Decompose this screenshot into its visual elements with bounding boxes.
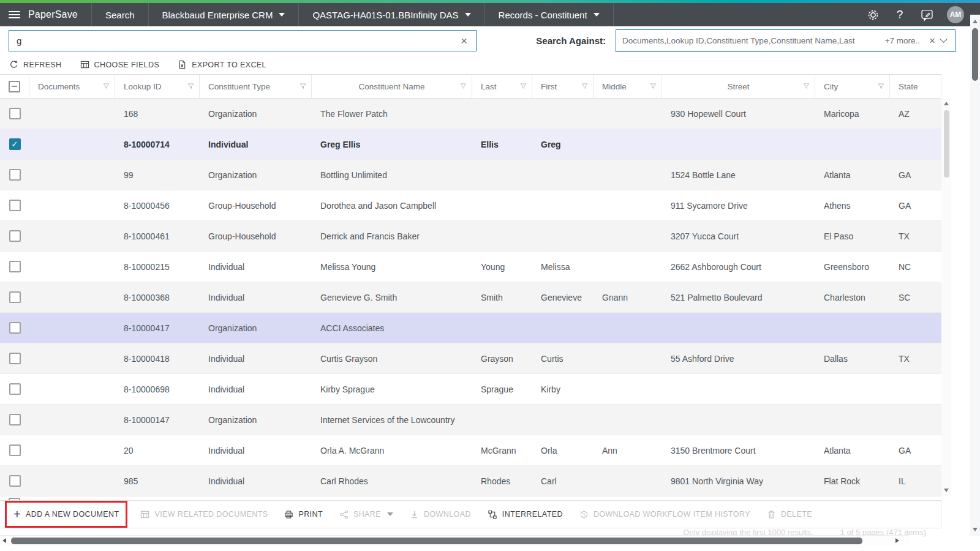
scroll-down-arrow[interactable] [973, 528, 978, 531]
table-row[interactable]: ✓8-10000714IndividualGreg EllisEllisGreg [0, 129, 941, 160]
button-label: ADD A NEW DOCUMENT [26, 510, 119, 519]
cell-lookup_id: 8-10000368 [115, 293, 200, 302]
table-row[interactable]: 168OrganizationThe Flower Patch930 Hopew… [0, 99, 941, 129]
filter-icon[interactable] [581, 83, 588, 90]
table-row[interactable]: 8-10000417OrganizationACCI Associates [0, 313, 941, 343]
gear-icon[interactable] [866, 8, 880, 21]
cell-name: Orla A. McGrann [312, 446, 472, 455]
column-header-middle[interactable]: Middle [594, 75, 662, 98]
scroll-left-arrow[interactable] [2, 538, 6, 543]
nav-item-blackbaud-enterprise-crm[interactable]: Blackbaud Enterprise CRM [149, 3, 299, 26]
filter-icon[interactable] [520, 83, 527, 90]
column-header-city[interactable]: City [815, 75, 890, 98]
row-checkbox[interactable] [9, 353, 21, 364]
filter-icon[interactable] [103, 83, 110, 90]
column-header-state[interactable]: State [890, 75, 941, 98]
choose-fields-button[interactable]: CHOOSE FIELDS [80, 60, 160, 69]
table-row[interactable]: 8-10000698IndividualKirby SpragueSprague… [0, 374, 941, 405]
cell-lookup_id: 985 [115, 476, 200, 486]
column-header-documents[interactable]: Documents [29, 75, 115, 98]
cell-state: GA [890, 201, 941, 211]
scrollbar-thumb[interactable] [972, 28, 978, 81]
nav-item-qastag-ha01s-01-bbinfinity-das[interactable]: QASTAG-HA01S-01.BBInfinity DAS [299, 3, 484, 26]
cell-last: Grayson [472, 354, 532, 364]
row-checkbox[interactable] [9, 383, 21, 395]
filter-icon[interactable] [803, 83, 810, 90]
nav-item-search[interactable]: Search [92, 3, 148, 26]
row-checkbox[interactable] [9, 108, 21, 119]
table-row[interactable]: 99OrganizationBottling Unlimited1524 Bot… [0, 160, 941, 190]
row-checkbox[interactable] [9, 169, 21, 181]
select-all-checkbox[interactable] [9, 81, 20, 92]
table-row[interactable]: 985IndividualCarl RhodesRhodesCarl9801 N… [0, 466, 941, 497]
chevron-down-icon[interactable] [940, 35, 948, 43]
print-button[interactable]: PRINT [284, 510, 323, 519]
row-checkbox[interactable] [9, 291, 21, 303]
row-checkbox[interactable] [9, 230, 21, 242]
help-icon[interactable]: ? [893, 8, 907, 21]
share-button[interactable]: SHARE [339, 510, 393, 519]
clear-search-icon[interactable]: × [452, 35, 476, 47]
nav-item-label: Records - Constituent [499, 10, 587, 20]
column-header-last[interactable]: Last [472, 75, 532, 98]
cell-city: Flat Rock [815, 476, 890, 486]
nav-item-records-constituent[interactable]: Records - Constituent [485, 3, 613, 26]
table-row[interactable]: 8-10000461Group-HouseholdDerrick and Fra… [0, 221, 941, 252]
grid-vertical-scrollbar[interactable] [941, 98, 951, 496]
search-against-select[interactable]: Documents,Lookup ID,Constituent Type,Con… [616, 29, 956, 52]
horizontal-scrollbar[interactable] [0, 535, 909, 545]
download-button[interactable]: DOWNLOAD [410, 510, 471, 519]
row-checkbox[interactable] [9, 444, 21, 456]
cell-street: 521 Palmetto Boulevard [662, 293, 815, 302]
scroll-down-arrow[interactable] [944, 489, 949, 492]
row-checkbox[interactable]: ✓ [9, 138, 21, 150]
row-checkbox[interactable] [9, 322, 21, 334]
column-header-constituent-name[interactable]: Constituent Name [312, 75, 472, 98]
view-related-documents-button[interactable]: VIEW RELATED DOCUMENTS [140, 510, 268, 519]
cell-type: Organization [200, 323, 312, 333]
delete-button[interactable]: DELETE [767, 510, 812, 519]
scrollbar-thumb[interactable] [944, 110, 949, 178]
filter-icon[interactable] [460, 83, 467, 90]
feedback-icon[interactable] [920, 8, 933, 21]
row-checkbox[interactable] [9, 261, 21, 272]
interrelated-button[interactable]: INTERRELATED [488, 510, 563, 519]
cell-street: 55 Ashford Drive [662, 354, 815, 364]
scroll-up-arrow[interactable] [973, 20, 978, 23]
table-row[interactable]: 8-10000418IndividualCurtis GraysonGrayso… [0, 343, 941, 374]
row-checkbox[interactable] [9, 200, 21, 211]
row-checkbox[interactable] [9, 414, 21, 425]
page-vertical-scrollbar[interactable] [970, 15, 980, 536]
checkbox-cell [0, 99, 29, 129]
table-row[interactable]: 8-10000215IndividualMelissa YoungYoungMe… [0, 252, 941, 282]
hamburger-menu-icon[interactable] [9, 11, 20, 18]
filter-icon[interactable] [300, 83, 306, 90]
table-row[interactable]: 8-10000456Group-HouseholdDorothea and Ja… [0, 190, 941, 221]
scroll-up-arrow[interactable] [944, 102, 949, 105]
clear-filter-icon[interactable]: × [924, 35, 941, 47]
scroll-right-arrow[interactable] [895, 538, 899, 543]
column-header-street[interactable]: Street [662, 75, 815, 98]
scrollbar-thumb[interactable] [11, 538, 862, 544]
avatar[interactable]: AM [947, 6, 964, 23]
cell-state: GA [890, 446, 941, 455]
refresh-button[interactable]: REFRESH [9, 60, 62, 69]
column-header-lookup-id[interactable]: Lookup ID [115, 75, 200, 98]
export-to-excel-button[interactable]: EXPORT TO EXCEL [178, 60, 266, 69]
table-row[interactable]: 8-10000368IndividualGenevieve G. SmithSm… [0, 282, 941, 313]
column-header-label: Constituent Type [200, 82, 270, 91]
download-workflow-item-history-button[interactable]: DOWNLOAD WORKFLOW ITEM HISTORY [579, 510, 750, 519]
filter-icon[interactable] [878, 83, 884, 90]
filter-icon[interactable] [187, 83, 194, 90]
search-input[interactable] [9, 36, 452, 46]
column-header-constituent-type[interactable]: Constituent Type [200, 75, 312, 98]
row-checkbox[interactable] [9, 475, 21, 487]
brand-block[interactable]: PaperSave [0, 3, 91, 26]
add-a-new-document-button[interactable]: +ADD A NEW DOCUMENT [5, 501, 127, 528]
filter-icon[interactable] [650, 83, 657, 90]
column-header-first[interactable]: First [532, 75, 594, 98]
cell-name: Bottling Unlimited [312, 170, 472, 180]
table-row[interactable]: 20IndividualOrla A. McGrannMcGrannOrlaAn… [0, 435, 941, 466]
table-row[interactable]: 8-10000147OrganizationInternet Services … [0, 405, 941, 435]
cell-last: Ellis [472, 140, 532, 149]
